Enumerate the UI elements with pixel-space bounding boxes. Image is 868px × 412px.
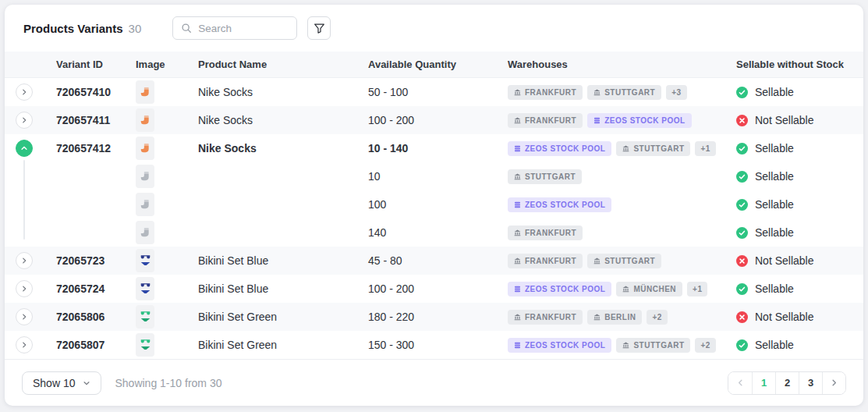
image-cell [131, 277, 193, 300]
available-quantity: 10 [363, 170, 503, 183]
page-button-3[interactable]: 3 [799, 372, 822, 394]
filter-icon [314, 23, 325, 34]
available-quantity: 100 - 200 [363, 282, 503, 295]
sellable-status: Sellable [732, 282, 863, 295]
stock-pool-badge: ZEOS STOCK POOL [508, 338, 611, 353]
pagination: 1 2 3 [728, 371, 846, 395]
expand-row-button[interactable] [16, 252, 33, 269]
bikini-blue-image [136, 277, 154, 300]
warehouse-icon [593, 258, 601, 265]
toolbar: Products Variants 30 [5, 5, 863, 52]
filter-button[interactable] [307, 16, 331, 40]
search-box[interactable] [172, 16, 297, 40]
sellable-status: Not Sellable [732, 114, 863, 126]
warehouse-icon [622, 342, 629, 349]
prev-page-button[interactable] [728, 372, 752, 394]
stock-pool-icon [514, 286, 521, 293]
warehouse-badge: BERLIN [587, 310, 642, 325]
products-variants-card: Products Variants 30 Variant ID Image Pr… [5, 5, 863, 406]
chevron-right-icon [20, 257, 28, 265]
warehouses-cell: FRANKFURTZEOS STOCK POOL [503, 113, 732, 128]
socks-orange-image [136, 80, 154, 104]
warehouse-badge: FRANKFURT [508, 226, 583, 240]
sellable-label: Not Sellable [755, 311, 814, 323]
available-quantity: 140 [363, 226, 503, 239]
warehouse-badge: STUTTGART [508, 169, 582, 184]
table-row: 720657412Nike Socks10 - 140ZEOS STOCK PO… [5, 134, 863, 162]
variant-id: 720657411 [51, 114, 131, 126]
chevron-left-icon [736, 378, 745, 387]
warehouse-badge: STUTTGART [616, 141, 690, 156]
warehouses-cell: ZEOS STOCK POOLSTUTTGART+2 [503, 338, 732, 353]
expander-cell [5, 308, 51, 325]
stock-pool-icon [514, 201, 521, 208]
sellable-label: Not Sellable [755, 254, 814, 267]
sellable-label: Sellable [755, 339, 794, 351]
column-variant-id: Variant ID [51, 59, 131, 70]
available-quantity: 45 - 80 [363, 254, 503, 267]
stock-pool-icon [514, 342, 521, 349]
expand-row-button[interactable] [16, 336, 33, 353]
variant-id: 72065724 [51, 282, 131, 295]
image-cell [131, 165, 193, 188]
warehouse-badges: STUTTGART [508, 169, 582, 184]
warehouse-badge: FRANKFURT [508, 113, 583, 128]
page-size-select[interactable]: Show 10 [22, 371, 101, 395]
row-group: 72065723Bikini Set Blue45 - 80FRANKFURTS… [5, 247, 863, 275]
variant-id: 720657410 [51, 86, 131, 98]
check-circle-icon [736, 283, 748, 295]
image-cell [131, 193, 193, 216]
more-warehouses-badge: +2 [647, 310, 667, 325]
warehouse-badges: FRANKFURT [508, 226, 583, 240]
next-page-button[interactable] [822, 372, 845, 394]
stock-pool-icon [593, 117, 601, 124]
warehouse-icon [514, 173, 521, 180]
expand-row-button[interactable] [16, 308, 33, 325]
table-header: Variant ID Image Product Name Available … [5, 52, 863, 78]
results-count: 30 [129, 22, 142, 35]
page-button-1[interactable]: 1 [752, 372, 775, 394]
stock-pool-badge: ZEOS STOCK POOL [508, 282, 611, 297]
socks-gray-image [136, 165, 154, 188]
row-group: 72065724Bikini Set Blue100 - 200ZEOS STO… [5, 275, 863, 303]
chevron-right-icon [830, 378, 838, 387]
row-group: 72065807Bikini Set Green150 - 300ZEOS ST… [5, 331, 863, 359]
sellable-label: Not Sellable [755, 114, 814, 126]
warehouse-icon [514, 89, 521, 96]
check-circle-icon [736, 171, 748, 183]
column-available-quantity: Available Quantity [363, 59, 503, 70]
more-warehouses-badge: +2 [695, 338, 715, 353]
stock-pool-icon [514, 145, 521, 152]
sellable-label: Sellable [755, 86, 794, 98]
warehouse-icon [622, 145, 629, 152]
sellable-status: Sellable [732, 142, 863, 154]
socks-orange-image [136, 137, 154, 160]
page-size-label: Show 10 [33, 377, 75, 389]
warehouse-badges: ZEOS STOCK POOLSTUTTGART+1 [508, 141, 716, 156]
warehouses-cell: FRANKFURT [503, 226, 732, 240]
table-row: 72065723Bikini Set Blue45 - 80FRANKFURTS… [5, 247, 863, 275]
sellable-status: Sellable [732, 226, 863, 239]
warehouse-badge: FRANKFURT [508, 85, 583, 100]
table-subrow: 100ZEOS STOCK POOLSellable [5, 190, 863, 218]
warehouse-icon [514, 229, 521, 236]
expand-row-button[interactable] [16, 112, 33, 129]
expand-row-button[interactable] [16, 83, 33, 101]
warehouses-cell: FRANKFURTBERLIN+2 [503, 310, 732, 325]
page-button-2[interactable]: 2 [775, 372, 799, 394]
expand-row-button[interactable] [16, 280, 33, 297]
more-warehouses-badge: +1 [687, 282, 707, 297]
sellable-status: Sellable [732, 170, 863, 183]
available-quantity: 150 - 300 [363, 339, 503, 351]
image-cell [131, 137, 193, 160]
warehouses-cell: FRANKFURTSTUTTGART+3 [503, 85, 732, 100]
search-input[interactable] [198, 23, 289, 34]
table-row: 720657410Nike Socks50 - 100FRANKFURTSTUT… [5, 78, 863, 106]
more-warehouses-badge: +3 [666, 85, 686, 100]
expander-cell [5, 83, 51, 101]
collapse-row-button[interactable] [16, 140, 33, 157]
search-icon [181, 23, 192, 34]
warehouse-badges: ZEOS STOCK POOLSTUTTGART+2 [508, 338, 716, 353]
warehouse-badge: STUTTGART [587, 85, 661, 100]
available-quantity: 180 - 220 [363, 311, 503, 323]
